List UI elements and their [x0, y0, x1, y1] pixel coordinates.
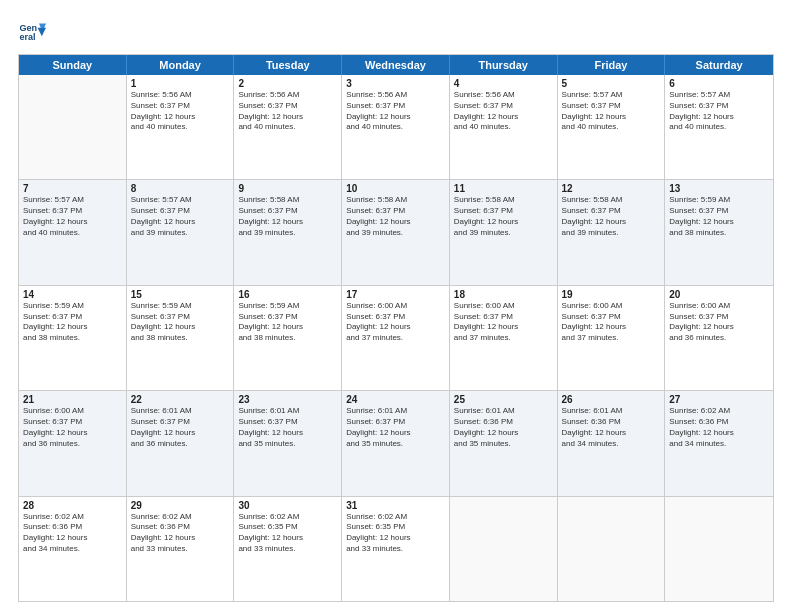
day-cell-28: 28Sunrise: 6:02 AM Sunset: 6:36 PM Dayli…	[19, 497, 127, 601]
day-cell-empty	[665, 497, 773, 601]
day-info: Sunrise: 6:01 AM Sunset: 6:36 PM Dayligh…	[562, 406, 661, 449]
day-number: 16	[238, 289, 337, 300]
day-info: Sunrise: 5:58 AM Sunset: 6:37 PM Dayligh…	[454, 195, 553, 238]
calendar-body: 1Sunrise: 5:56 AM Sunset: 6:37 PM Daylig…	[19, 75, 773, 601]
day-number: 13	[669, 183, 769, 194]
day-info: Sunrise: 5:58 AM Sunset: 6:37 PM Dayligh…	[562, 195, 661, 238]
day-number: 2	[238, 78, 337, 89]
day-number: 1	[131, 78, 230, 89]
day-cell-18: 18Sunrise: 6:00 AM Sunset: 6:37 PM Dayli…	[450, 286, 558, 390]
day-number: 4	[454, 78, 553, 89]
day-info: Sunrise: 5:59 AM Sunset: 6:37 PM Dayligh…	[238, 301, 337, 344]
day-info: Sunrise: 6:02 AM Sunset: 6:36 PM Dayligh…	[23, 512, 122, 555]
day-info: Sunrise: 5:56 AM Sunset: 6:37 PM Dayligh…	[131, 90, 230, 133]
day-info: Sunrise: 6:02 AM Sunset: 6:36 PM Dayligh…	[131, 512, 230, 555]
day-info: Sunrise: 5:59 AM Sunset: 6:37 PM Dayligh…	[669, 195, 769, 238]
day-cell-3: 3Sunrise: 5:56 AM Sunset: 6:37 PM Daylig…	[342, 75, 450, 179]
header-day-friday: Friday	[558, 55, 666, 75]
day-number: 23	[238, 394, 337, 405]
calendar-week-2: 7Sunrise: 5:57 AM Sunset: 6:37 PM Daylig…	[19, 179, 773, 284]
header-day-wednesday: Wednesday	[342, 55, 450, 75]
day-cell-17: 17Sunrise: 6:00 AM Sunset: 6:37 PM Dayli…	[342, 286, 450, 390]
day-cell-5: 5Sunrise: 5:57 AM Sunset: 6:37 PM Daylig…	[558, 75, 666, 179]
day-info: Sunrise: 6:00 AM Sunset: 6:37 PM Dayligh…	[346, 301, 445, 344]
day-info: Sunrise: 5:58 AM Sunset: 6:37 PM Dayligh…	[238, 195, 337, 238]
day-info: Sunrise: 6:01 AM Sunset: 6:37 PM Dayligh…	[238, 406, 337, 449]
day-info: Sunrise: 5:57 AM Sunset: 6:37 PM Dayligh…	[669, 90, 769, 133]
day-cell-10: 10Sunrise: 5:58 AM Sunset: 6:37 PM Dayli…	[342, 180, 450, 284]
day-cell-26: 26Sunrise: 6:01 AM Sunset: 6:36 PM Dayli…	[558, 391, 666, 495]
day-cell-23: 23Sunrise: 6:01 AM Sunset: 6:37 PM Dayli…	[234, 391, 342, 495]
day-number: 12	[562, 183, 661, 194]
day-number: 7	[23, 183, 122, 194]
day-cell-13: 13Sunrise: 5:59 AM Sunset: 6:37 PM Dayli…	[665, 180, 773, 284]
day-info: Sunrise: 5:57 AM Sunset: 6:37 PM Dayligh…	[23, 195, 122, 238]
day-number: 20	[669, 289, 769, 300]
day-number: 15	[131, 289, 230, 300]
day-info: Sunrise: 5:58 AM Sunset: 6:37 PM Dayligh…	[346, 195, 445, 238]
day-number: 8	[131, 183, 230, 194]
day-cell-8: 8Sunrise: 5:57 AM Sunset: 6:37 PM Daylig…	[127, 180, 235, 284]
day-cell-empty	[450, 497, 558, 601]
day-number: 25	[454, 394, 553, 405]
day-cell-2: 2Sunrise: 5:56 AM Sunset: 6:37 PM Daylig…	[234, 75, 342, 179]
day-cell-12: 12Sunrise: 5:58 AM Sunset: 6:37 PM Dayli…	[558, 180, 666, 284]
header-day-thursday: Thursday	[450, 55, 558, 75]
header-day-sunday: Sunday	[19, 55, 127, 75]
day-cell-empty	[558, 497, 666, 601]
svg-text:eral: eral	[19, 32, 35, 42]
day-info: Sunrise: 6:00 AM Sunset: 6:37 PM Dayligh…	[454, 301, 553, 344]
day-info: Sunrise: 5:57 AM Sunset: 6:37 PM Dayligh…	[562, 90, 661, 133]
calendar-header: SundayMondayTuesdayWednesdayThursdayFrid…	[19, 55, 773, 75]
day-cell-21: 21Sunrise: 6:00 AM Sunset: 6:37 PM Dayli…	[19, 391, 127, 495]
day-cell-16: 16Sunrise: 5:59 AM Sunset: 6:37 PM Dayli…	[234, 286, 342, 390]
day-number: 6	[669, 78, 769, 89]
day-cell-29: 29Sunrise: 6:02 AM Sunset: 6:36 PM Dayli…	[127, 497, 235, 601]
day-info: Sunrise: 6:02 AM Sunset: 6:36 PM Dayligh…	[669, 406, 769, 449]
day-cell-9: 9Sunrise: 5:58 AM Sunset: 6:37 PM Daylig…	[234, 180, 342, 284]
day-info: Sunrise: 5:56 AM Sunset: 6:37 PM Dayligh…	[238, 90, 337, 133]
header-day-tuesday: Tuesday	[234, 55, 342, 75]
calendar: SundayMondayTuesdayWednesdayThursdayFrid…	[18, 54, 774, 602]
day-cell-19: 19Sunrise: 6:00 AM Sunset: 6:37 PM Dayli…	[558, 286, 666, 390]
logo-icon: Gen eral	[18, 18, 46, 46]
day-number: 19	[562, 289, 661, 300]
day-cell-31: 31Sunrise: 6:02 AM Sunset: 6:35 PM Dayli…	[342, 497, 450, 601]
day-number: 29	[131, 500, 230, 511]
day-cell-24: 24Sunrise: 6:01 AM Sunset: 6:37 PM Dayli…	[342, 391, 450, 495]
day-cell-14: 14Sunrise: 5:59 AM Sunset: 6:37 PM Dayli…	[19, 286, 127, 390]
day-number: 3	[346, 78, 445, 89]
day-number: 14	[23, 289, 122, 300]
day-number: 5	[562, 78, 661, 89]
day-info: Sunrise: 6:00 AM Sunset: 6:37 PM Dayligh…	[562, 301, 661, 344]
svg-marker-3	[38, 28, 46, 36]
day-info: Sunrise: 6:01 AM Sunset: 6:37 PM Dayligh…	[346, 406, 445, 449]
day-cell-7: 7Sunrise: 5:57 AM Sunset: 6:37 PM Daylig…	[19, 180, 127, 284]
day-info: Sunrise: 5:56 AM Sunset: 6:37 PM Dayligh…	[454, 90, 553, 133]
day-cell-15: 15Sunrise: 5:59 AM Sunset: 6:37 PM Dayli…	[127, 286, 235, 390]
day-number: 30	[238, 500, 337, 511]
day-number: 31	[346, 500, 445, 511]
day-number: 28	[23, 500, 122, 511]
day-number: 22	[131, 394, 230, 405]
day-info: Sunrise: 5:59 AM Sunset: 6:37 PM Dayligh…	[23, 301, 122, 344]
calendar-week-3: 14Sunrise: 5:59 AM Sunset: 6:37 PM Dayli…	[19, 285, 773, 390]
day-cell-empty	[19, 75, 127, 179]
day-number: 9	[238, 183, 337, 194]
day-info: Sunrise: 6:01 AM Sunset: 6:36 PM Dayligh…	[454, 406, 553, 449]
day-info: Sunrise: 6:00 AM Sunset: 6:37 PM Dayligh…	[669, 301, 769, 344]
calendar-week-1: 1Sunrise: 5:56 AM Sunset: 6:37 PM Daylig…	[19, 75, 773, 179]
day-cell-25: 25Sunrise: 6:01 AM Sunset: 6:36 PM Dayli…	[450, 391, 558, 495]
day-number: 18	[454, 289, 553, 300]
day-number: 24	[346, 394, 445, 405]
day-cell-22: 22Sunrise: 6:01 AM Sunset: 6:37 PM Dayli…	[127, 391, 235, 495]
svg-text:Gen: Gen	[19, 23, 37, 33]
day-info: Sunrise: 6:02 AM Sunset: 6:35 PM Dayligh…	[346, 512, 445, 555]
day-cell-30: 30Sunrise: 6:02 AM Sunset: 6:35 PM Dayli…	[234, 497, 342, 601]
day-cell-4: 4Sunrise: 5:56 AM Sunset: 6:37 PM Daylig…	[450, 75, 558, 179]
day-info: Sunrise: 5:57 AM Sunset: 6:37 PM Dayligh…	[131, 195, 230, 238]
day-info: Sunrise: 5:56 AM Sunset: 6:37 PM Dayligh…	[346, 90, 445, 133]
day-cell-27: 27Sunrise: 6:02 AM Sunset: 6:36 PM Dayli…	[665, 391, 773, 495]
day-cell-11: 11Sunrise: 5:58 AM Sunset: 6:37 PM Dayli…	[450, 180, 558, 284]
day-info: Sunrise: 6:01 AM Sunset: 6:37 PM Dayligh…	[131, 406, 230, 449]
